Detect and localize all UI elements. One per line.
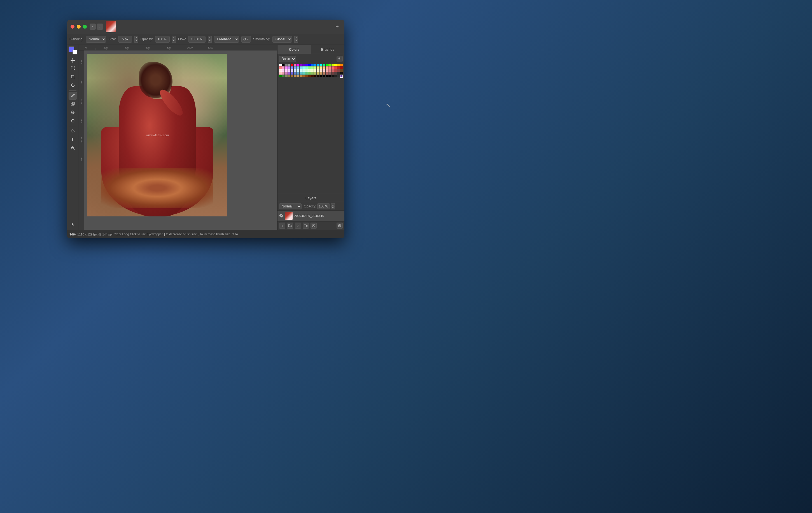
color-cell[interactable]: [308, 66, 311, 69]
layers-opacity-down[interactable]: ▼: [331, 206, 335, 209]
smoothing-stepper[interactable]: ▲ ▼: [294, 36, 298, 43]
color-cell[interactable]: [323, 66, 325, 69]
color-cell[interactable]: [311, 72, 314, 75]
color-cell[interactable]: [326, 66, 328, 69]
color-cell[interactable]: [294, 69, 296, 72]
color-cell[interactable]: [282, 75, 285, 77]
color-cell[interactable]: [317, 69, 319, 72]
color-cell[interactable]: [285, 66, 288, 69]
text-tool[interactable]: T: [68, 136, 77, 143]
color-cell[interactable]: [337, 64, 340, 66]
size-stepper[interactable]: ▲ ▼: [135, 36, 138, 43]
color-cell[interactable]: [296, 66, 299, 69]
color-cell[interactable]: [294, 75, 296, 77]
color-cell[interactable]: [334, 69, 337, 72]
layers-opacity-up[interactable]: ▲: [331, 203, 335, 206]
color-cell[interactable]: [305, 66, 308, 69]
color-cell[interactable]: [302, 64, 305, 66]
zoom-tool[interactable]: [68, 144, 77, 152]
retouch-tool[interactable]: [68, 108, 77, 116]
fx-button[interactable]: Fx: [303, 222, 309, 229]
color-cell[interactable]: [328, 64, 331, 66]
back-arrow[interactable]: ‹: [90, 24, 96, 30]
tab-colors[interactable]: Colors: [278, 45, 311, 54]
color-cell[interactable]: [337, 69, 340, 72]
colors-settings-button[interactable]: [337, 56, 343, 62]
color-cell[interactable]: [337, 75, 340, 77]
flow-down-btn[interactable]: ▼: [208, 39, 212, 43]
color-cell[interactable]: [296, 69, 299, 72]
color-cell[interactable]: [288, 75, 290, 77]
color-cell[interactable]: [320, 72, 322, 75]
color-cell[interactable]: [305, 64, 308, 66]
color-cell[interactable]: [323, 75, 325, 77]
color-cell[interactable]: [326, 72, 328, 75]
layers-opacity-stepper[interactable]: ▲ ▼: [331, 203, 335, 209]
layers-blend-select[interactable]: Normal: [279, 203, 301, 209]
color-cell[interactable]: [299, 75, 302, 77]
color-cell[interactable]: [331, 75, 334, 77]
crop-tool[interactable]: [68, 73, 77, 81]
color-cell[interactable]: [311, 75, 314, 77]
colors-preset-select[interactable]: Basic: [279, 56, 296, 62]
add-group-button[interactable]: [287, 222, 293, 229]
color-cell[interactable]: [288, 64, 290, 66]
color-cell[interactable]: [279, 64, 282, 66]
opacity-stepper[interactable]: ▲ ▼: [172, 36, 176, 43]
color-cell[interactable]: [308, 69, 311, 72]
layers-opacity-input[interactable]: [317, 203, 330, 209]
color-cell[interactable]: [331, 72, 334, 75]
color-cell[interactable]: [288, 66, 290, 69]
selection-tool[interactable]: [68, 127, 77, 135]
color-cell[interactable]: [311, 66, 314, 69]
color-cell[interactable]: [305, 72, 308, 75]
clone-stamp-tool[interactable]: [68, 100, 77, 108]
color-cell[interactable]: [340, 64, 343, 66]
color-cell[interactable]: [317, 66, 319, 69]
color-cell[interactable]: [323, 72, 325, 75]
color-cell[interactable]: [282, 66, 285, 69]
add-tab-button[interactable]: +: [333, 23, 341, 31]
color-cell[interactable]: [294, 64, 296, 66]
color-cell[interactable]: [302, 72, 305, 75]
color-cell[interactable]: [299, 69, 302, 72]
color-cell[interactable]: [334, 72, 337, 75]
color-cell[interactable]: [285, 64, 288, 66]
color-cell[interactable]: [337, 66, 340, 69]
color-cell[interactable]: [285, 75, 288, 77]
opacity-down-btn[interactable]: ▼: [172, 39, 176, 43]
color-cell[interactable]: [328, 69, 331, 72]
color-cell[interactable]: [282, 69, 285, 72]
color-cell[interactable]: [291, 66, 293, 69]
color-cell[interactable]: [326, 75, 328, 77]
color-cell[interactable]: [320, 75, 322, 77]
opacity-input[interactable]: [155, 36, 170, 43]
move-tool[interactable]: [68, 56, 77, 64]
color-cell[interactable]: [282, 64, 285, 66]
color-cell[interactable]: [337, 72, 340, 75]
color-cell[interactable]: [314, 69, 316, 72]
color-cell[interactable]: [328, 75, 331, 77]
size-up-btn[interactable]: ▲: [135, 36, 138, 39]
color-cell[interactable]: [320, 69, 322, 72]
color-picker-tool[interactable]: [68, 81, 77, 89]
color-cell[interactable]: [334, 66, 337, 69]
repair-tool[interactable]: [68, 117, 77, 125]
color-cell[interactable]: [288, 69, 290, 72]
color-cell[interactable]: [285, 72, 288, 75]
color-cell[interactable]: [314, 72, 316, 75]
color-cell[interactable]: [279, 69, 282, 72]
color-cell[interactable]: [331, 64, 334, 66]
color-cell[interactable]: [311, 69, 314, 72]
color-cell[interactable]: [288, 72, 290, 75]
color-cell[interactable]: [317, 64, 319, 66]
select-rect-tool[interactable]: [68, 64, 77, 72]
color-cell[interactable]: [331, 69, 334, 72]
color-cell[interactable]: [291, 64, 293, 66]
color-cell[interactable]: [326, 64, 328, 66]
color-cell[interactable]: [299, 72, 302, 75]
opacity-up-btn[interactable]: ▲: [172, 36, 176, 39]
color-cell[interactable]: [299, 66, 302, 69]
color-cell[interactable]: [291, 69, 293, 72]
color-cell[interactable]: [314, 66, 316, 69]
